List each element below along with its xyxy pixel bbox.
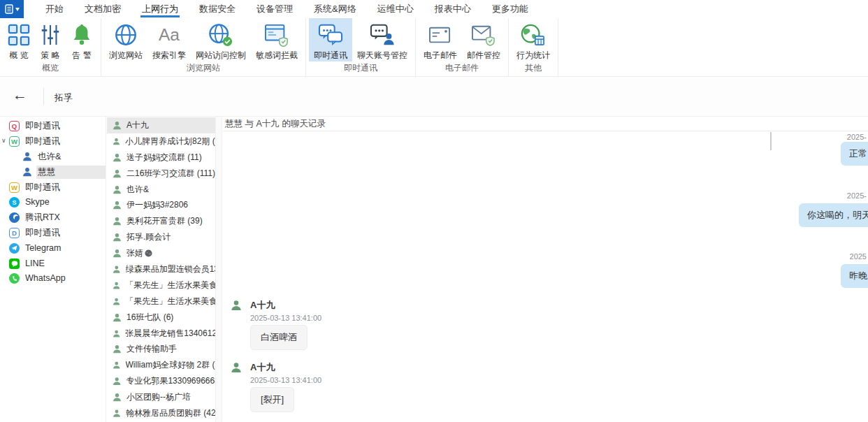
sidebar-item-whatsapp[interactable]: WhatsApp xyxy=(0,271,106,286)
ribbon-sensitive-word-button[interactable]: 敏感词拦截 xyxy=(251,18,303,61)
contact-row[interactable]: 也许& xyxy=(107,182,215,198)
contact-row[interactable]: 张晨晨华龙销售13406127... xyxy=(107,326,215,342)
contact-row[interactable]: 「果先生」生活水果美食3... xyxy=(107,277,215,293)
browser-shield-icon xyxy=(264,21,289,49)
ribbon-group-label: 其他 xyxy=(512,61,555,76)
outgoing-bubble: 你这喝的，明天 xyxy=(799,203,868,227)
person-icon xyxy=(113,249,122,258)
person-icon xyxy=(22,152,32,161)
contact-row[interactable]: 文件传输助手 xyxy=(107,341,215,357)
ribbon-policy-button[interactable]: 策 略 xyxy=(35,18,66,61)
contact-row[interactable]: A十九 xyxy=(107,117,215,133)
ribbon-email-control-button[interactable]: 邮件管控 xyxy=(462,18,505,61)
ribbon-im-button[interactable]: 即时通讯 xyxy=(309,18,352,61)
mail-icon xyxy=(428,21,452,49)
contact-row[interactable]: William妈全球好物 2群 (5... xyxy=(107,357,215,373)
chevron-down-icon xyxy=(15,8,20,11)
sidebar-item-qq[interactable]: Q 即时通讯 xyxy=(0,119,106,134)
sidebar-item-line[interactable]: LINE xyxy=(0,256,106,271)
person-icon xyxy=(113,201,122,210)
person-icon xyxy=(113,361,121,370)
sidebar-item-skype[interactable]: S Skype xyxy=(0,195,106,210)
contact-row[interactable]: 专业化郭果13309696668 xyxy=(107,373,215,389)
ribbon-behavior-stats-button[interactable]: 行为统计 xyxy=(512,18,555,61)
ribbon-chat-account-button[interactable]: 聊天账号管控 xyxy=(352,18,412,61)
menu-item-device-mgmt[interactable]: 设备管理 xyxy=(246,0,303,18)
mail-shield-icon xyxy=(471,21,496,49)
ribbon-group-label: 浏览网站 xyxy=(104,61,303,76)
menu-item-report-center[interactable]: 报表中心 xyxy=(424,0,482,18)
qq-badge-icon: Q xyxy=(9,121,20,131)
sidebar-item-wecom[interactable]: W 即时通讯 xyxy=(0,180,106,195)
divider xyxy=(43,88,44,105)
outgoing-bubble: 正常 xyxy=(841,142,868,166)
person-icon xyxy=(113,137,120,146)
person-icon xyxy=(113,377,121,386)
contact-row[interactable]: 奥利花开富贵群 (39) xyxy=(107,213,215,229)
app-menu-button[interactable] xyxy=(0,0,24,18)
person-icon xyxy=(113,393,122,402)
ribbon-group-other: 行为统计 其他 xyxy=(509,18,558,76)
contact-row[interactable]: 送子妈妈交流群 (11) xyxy=(107,150,215,166)
whatsapp-icon xyxy=(9,273,20,284)
app-window: 开始 文档加密 上网行为 数据安全 设备管理 系统&网络 运维中心 报表中心 更… xyxy=(0,0,868,422)
person-icon xyxy=(113,217,122,226)
person-icon xyxy=(113,409,121,418)
ribbon-search-engine-button[interactable]: Aa 搜索引擎 xyxy=(147,18,191,61)
ribbon-email-button[interactable]: 电子邮件 xyxy=(419,18,462,61)
menu-item-system-network[interactable]: 系统&网络 xyxy=(303,0,367,18)
contact-list-scrollbar[interactable] xyxy=(215,117,222,422)
contact-row[interactable]: 翰林雅居品质团购群 (420) xyxy=(107,405,215,421)
sidebar-item-account-huihui[interactable]: 慧慧 xyxy=(0,164,106,180)
ribbon-overview-button[interactable]: 概 览 xyxy=(3,18,35,61)
back-arrow-icon[interactable]: ← xyxy=(13,87,27,103)
person-icon xyxy=(113,344,122,354)
menu-item-ops-center[interactable]: 运维中心 xyxy=(367,0,424,18)
font-icon: Aa xyxy=(155,21,183,49)
contact-row[interactable]: 绿森果品加盟连锁会员13... xyxy=(107,261,215,277)
wechat-badge-icon: W xyxy=(9,136,20,147)
menu-item-doc-encrypt[interactable]: 文档加密 xyxy=(74,0,131,18)
sidebar-item-wechat[interactable]: ∨ W 即时通讯 xyxy=(0,134,106,150)
menu-item-web-behavior[interactable]: 上网行为 xyxy=(131,0,189,18)
menu-items: 开始 文档加密 上网行为 数据安全 设备管理 系统&网络 运维中心 报表中心 更… xyxy=(35,0,539,18)
ribbon-group-overview: 概 览 策 略 xyxy=(0,18,101,76)
ribbon-alert-button[interactable]: 告 警 xyxy=(66,18,98,61)
globe-check-icon xyxy=(208,21,233,49)
ribbon-web-access-control-button[interactable]: 网站访问控制 xyxy=(191,18,251,61)
outgoing-bubble: 昨晚 xyxy=(841,264,868,288)
sidebar-item-rtx[interactable]: 腾讯RTX xyxy=(0,210,106,226)
contact-row[interactable]: 二16班学习交流群 (111) xyxy=(107,166,215,182)
sidebar-item-account-yexu[interactable]: 也许& xyxy=(0,150,106,165)
person-icon xyxy=(113,313,122,322)
globe-icon xyxy=(114,21,138,49)
sidebar-item-telegram[interactable]: Telegram xyxy=(0,240,106,256)
menu-item-data-security[interactable]: 数据安全 xyxy=(189,0,246,18)
grid-icon xyxy=(8,21,30,49)
contact-row[interactable]: 小区团购--杨广培 xyxy=(107,389,215,405)
contact-row[interactable]: 拓孚.顾会计 xyxy=(107,229,215,245)
wecom-badge-icon: W xyxy=(9,182,20,193)
contact-row[interactable]: 伊一妈妈3#2806 xyxy=(107,197,215,213)
document-icon xyxy=(5,4,14,14)
person-avatar-icon xyxy=(231,300,242,311)
sidebar-item-dingtalk[interactable]: D 即时通讯 xyxy=(0,226,106,241)
menu-item-more-features[interactable]: 更多功能 xyxy=(482,0,539,18)
chat-bubbles-icon xyxy=(318,21,343,49)
menu-item-start[interactable]: 开始 xyxy=(35,0,74,18)
sender-name: A十九 xyxy=(250,361,275,374)
contact-row[interactable]: 张婧 xyxy=(107,245,215,261)
message-timestamp: 2025-03-13 13:41:00 xyxy=(250,376,321,384)
telegram-icon xyxy=(9,243,20,254)
breadcrumb-bar: ← 拓孚 xyxy=(0,77,868,117)
person-icon xyxy=(113,169,122,178)
contact-row[interactable]: 小儿脾胃养成计划82期 (120) xyxy=(107,133,215,150)
person-icon xyxy=(113,121,122,130)
person-avatar-icon xyxy=(231,362,242,373)
ribbon-browse-web-button[interactable]: 浏览网站 xyxy=(104,18,147,61)
chat-messages[interactable]: 2025- 正常 2025- 你这喝的，明天 2025 昨晚 A十九 2025-… xyxy=(223,132,868,422)
line-icon xyxy=(9,259,20,269)
chevron-down-icon[interactable]: ∨ xyxy=(1,137,6,144)
contact-row[interactable]: 16班七队 (6) xyxy=(107,310,215,326)
contact-row[interactable]: 「果先生」生活水果美食3... xyxy=(107,293,215,310)
